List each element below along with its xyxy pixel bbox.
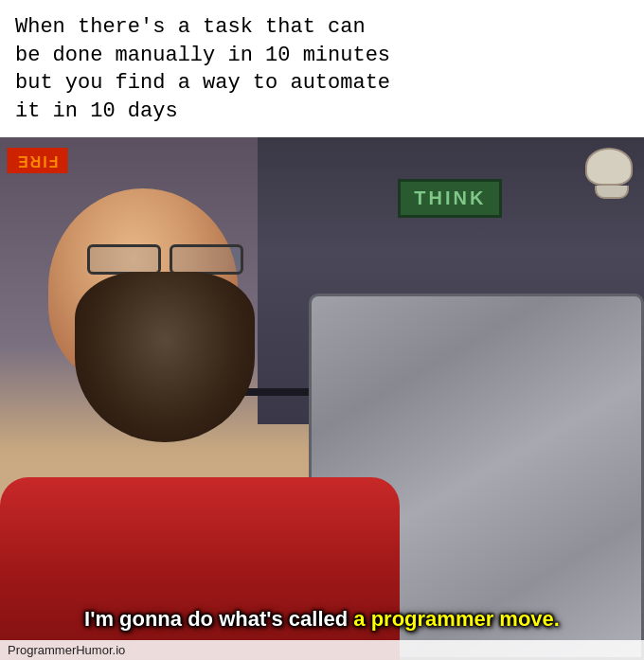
skull-jaw: [595, 186, 629, 199]
fire-book-text: FIRE: [16, 153, 58, 169]
caption-text-part1: I'm gonna do what's called: [84, 607, 348, 631]
meme-top-text: When there's a task that can be done man…: [15, 13, 629, 126]
think-sign: THINK: [398, 179, 502, 218]
meme-image-section: FIRE THINK: [0, 137, 644, 660]
fire-book: FIRE: [7, 148, 67, 173]
person-glasses: [82, 244, 248, 273]
meme-text-section: When there's a task that can be done man…: [0, 0, 644, 137]
photo-area: FIRE THINK: [0, 137, 644, 660]
meme-container: When there's a task that can be done man…: [0, 0, 644, 660]
caption-highlight: a programmer move.: [348, 607, 560, 631]
watermark: ProgrammerHumor.io: [0, 640, 644, 660]
skull-head: [585, 148, 633, 186]
person: [0, 179, 400, 660]
person-beard: [75, 272, 255, 442]
person-head: [48, 188, 238, 387]
think-sign-text: THINK: [414, 187, 486, 208]
person-shirt: [0, 477, 400, 660]
caption-overlay: I'm gonna do what's called a programmer …: [0, 607, 644, 632]
skull-decoration: [585, 148, 637, 195]
